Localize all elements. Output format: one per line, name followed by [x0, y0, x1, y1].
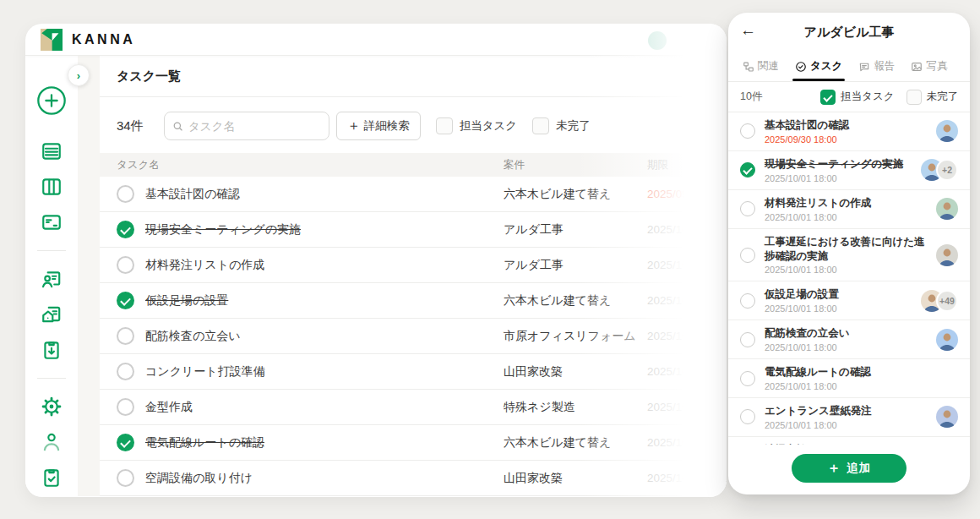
case-name: 六本木ビル建て替え: [504, 187, 647, 202]
row-check[interactable]: [117, 256, 134, 274]
add-circle-icon[interactable]: [35, 85, 68, 117]
search-input[interactable]: [188, 120, 321, 133]
task-title: 配筋検査の立会い: [765, 326, 929, 341]
main-content: タスク一覧 34件 ＋ 詳細検索 担当タスク: [100, 56, 727, 496]
task-datetime: 2025/10/01 18:00: [765, 212, 929, 222]
row-check[interactable]: [740, 371, 755, 386]
phone-task-row[interactable]: エントランス壁紙発注 2025/10/01 18:00: [728, 398, 970, 437]
person-avatar-icon: [936, 406, 958, 428]
phone-task-row[interactable]: 仮設足場の設置 2025/10/01 18:00 +49: [728, 281, 970, 320]
row-check[interactable]: [117, 292, 134, 309]
tab-task[interactable]: タスク: [795, 52, 842, 81]
phone-task-row[interactable]: 現場安全ミーティングの実施 2025/10/01 18:00 +2: [728, 151, 970, 190]
tab-photo[interactable]: 写真: [911, 52, 947, 81]
task-name: 基本設計図の確認: [145, 187, 240, 202]
table-row[interactable]: 配筋検査の立会い 市原オフィスリフォーム 2025/10/01 18:00: [100, 319, 727, 354]
task-datetime: 2025/10/01 18:00: [765, 265, 929, 275]
avatar-group: [936, 329, 958, 351]
row-check[interactable]: [740, 409, 755, 424]
deadline: 2025/10/01 18:00: [647, 330, 727, 342]
task-title: 材料発注リストの作成: [765, 196, 929, 210]
table-row[interactable]: 空調設備の取り付け 山田家改築 2025/10/01 18:00: [100, 461, 727, 496]
row-check[interactable]: [740, 162, 755, 178]
sidebar-expand-button[interactable]: ›: [68, 64, 90, 86]
add-task-button[interactable]: ＋ 追加: [792, 454, 906, 483]
checkbox[interactable]: [436, 117, 453, 134]
row-check[interactable]: [117, 434, 134, 451]
plus-icon: ＋: [827, 460, 841, 478]
inbox-clipboard-icon[interactable]: [41, 339, 63, 361]
task-datetime: 2025/10/01 18:00: [765, 173, 914, 183]
sidebar-divider: [37, 250, 66, 251]
user-avatar[interactable]: [648, 31, 667, 50]
row-check[interactable]: [117, 327, 134, 345]
table-row[interactable]: コンクリート打設準備 山田家改築 2025/10/01 18:00: [100, 354, 727, 390]
phone-header: ← アルダビル工事: [728, 13, 970, 52]
row-check[interactable]: [740, 123, 755, 139]
filter-assigned-tasks[interactable]: 担当タスク: [436, 117, 517, 134]
board-view-icon[interactable]: [41, 176, 63, 198]
task-datetime: 2025/09/30 18:00: [765, 134, 929, 145]
phone-task-row[interactable]: 清掃点検 2025/10/01 18:00: [728, 437, 970, 445]
client-document-icon[interactable]: [41, 268, 63, 290]
deadline: 2025/10/01 18:00: [647, 365, 727, 378]
tab-report[interactable]: 報告: [858, 52, 895, 81]
task-name: 金型作成: [145, 400, 193, 415]
filter-assigned-tasks[interactable]: 担当タスク: [820, 90, 894, 105]
row-check[interactable]: [117, 469, 134, 487]
task-title: 仮設足場の設置: [765, 287, 914, 302]
phone-task-row[interactable]: 基本設計図の確認 2025/09/30 18:00: [728, 112, 970, 151]
task-datetime: 2025/10/01 18:00: [765, 420, 929, 430]
checkbox[interactable]: [906, 90, 922, 105]
check-circle-icon: [795, 61, 807, 73]
search-box[interactable]: [164, 112, 329, 140]
column-header-case: 案件: [504, 158, 647, 172]
deadline: 2025/10/01 18:00: [647, 436, 727, 449]
project-document-icon[interactable]: [41, 303, 63, 325]
list-view-icon[interactable]: [41, 140, 63, 162]
checkbox[interactable]: [532, 117, 549, 134]
back-arrow-icon[interactable]: ←: [740, 22, 756, 38]
task-table-body: 基本設計図の確認 六本木ビル建て替え 2025/09/30 18:00 現場安全…: [100, 177, 727, 496]
row-check[interactable]: [740, 248, 755, 263]
detail-search-button[interactable]: ＋ 詳細検索: [336, 112, 421, 140]
phone-task-row[interactable]: 電気配線ルートの確認 2025/10/01 18:00: [728, 359, 970, 398]
row-check[interactable]: [740, 293, 755, 309]
row-check[interactable]: [117, 363, 134, 380]
page-header: タスク一覧: [100, 56, 727, 97]
task-clipboard-icon[interactable]: [41, 467, 63, 489]
table-row[interactable]: 仮設足場の設置 六本木ビル建て替え 2025/10/01 18:00: [100, 283, 727, 319]
table-row[interactable]: 材料発注リストの作成 アルダ工事 2025/10/01 18:00: [100, 248, 727, 283]
relation-link-icon: [743, 61, 754, 73]
row-check[interactable]: [740, 201, 755, 216]
table-row[interactable]: 電気配線ルートの確認 六本木ビル建て替え 2025/10/01 18:00: [100, 425, 727, 461]
deadline: 2025/10/01 18:00: [647, 259, 727, 271]
filter-incomplete[interactable]: 未完了: [532, 117, 591, 134]
row-check[interactable]: [740, 332, 755, 347]
phone-task-row[interactable]: 配筋検査の立会い 2025/10/01 18:00: [728, 320, 970, 359]
tab-relation[interactable]: 関連: [743, 52, 779, 81]
filter-incomplete[interactable]: 未完了: [906, 90, 959, 105]
person-avatar-icon: [936, 244, 958, 266]
table-row[interactable]: 金型作成 特殊ネジ製造 2025/10/01 18:00: [100, 390, 727, 425]
phone-task-row[interactable]: 工事遅延における改善に向けた進捗確認の実施 2025/10/01 18:00: [728, 229, 970, 282]
avatar: [936, 198, 958, 220]
task-datetime: 2025/10/01 18:00: [765, 303, 914, 314]
avatar-group: [936, 120, 958, 142]
profile-person-icon[interactable]: [41, 431, 63, 453]
table-row[interactable]: 基本設計図の確認 六本木ビル建て替え 2025/09/30 18:00: [100, 177, 727, 212]
task-title: 電気配線ルートの確認: [765, 365, 951, 380]
task-name: コンクリート打設準備: [145, 364, 265, 380]
task-title: 現場安全ミーティングの実施: [765, 157, 914, 172]
row-check[interactable]: [117, 398, 134, 416]
table-row[interactable]: 現場安全ミーティングの実施 アルダ工事 2025/10/01 18:00: [100, 212, 727, 248]
settings-gear-icon[interactable]: [41, 396, 63, 418]
brand-wordmark: KANNA: [72, 32, 135, 47]
row-check[interactable]: [117, 185, 134, 203]
phone-task-row[interactable]: 材料発注リストの作成 2025/10/01 18:00: [728, 190, 970, 229]
task-name: 電気配線ルートの確認: [145, 435, 264, 451]
case-name: 山田家改築: [504, 471, 647, 486]
card-view-icon[interactable]: [41, 211, 63, 233]
checkbox-checked[interactable]: [820, 90, 836, 105]
row-check[interactable]: [117, 221, 134, 238]
